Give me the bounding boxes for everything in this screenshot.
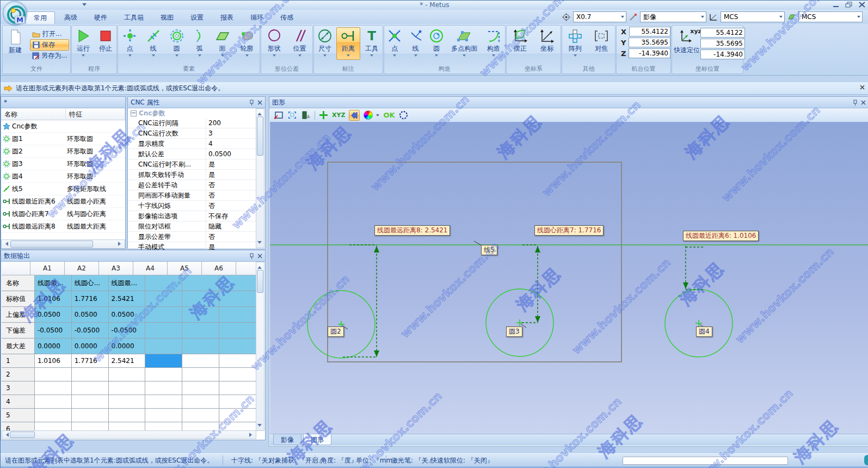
- list-item[interactable]: 圆3 环形取圆: [1, 158, 125, 170]
- zoom-extents-icon[interactable]: [287, 110, 297, 120]
- construct-misc-button[interactable]: 构造: [483, 27, 504, 58]
- cell[interactable]: 1.0106: [35, 291, 72, 307]
- tab-toolbox[interactable]: 工具箱: [116, 11, 151, 25]
- pin-icon[interactable]: [249, 100, 254, 106]
- measurement-label-d7[interactable]: 线圆心距离7: 1.7716: [534, 225, 604, 236]
- circle2-label[interactable]: 圆2: [328, 327, 344, 337]
- cell[interactable]: 2.5421: [109, 354, 146, 368]
- column-header[interactable]: A4: [133, 262, 168, 275]
- row-label[interactable]: 6: [2, 422, 35, 431]
- column-header[interactable]: A2: [65, 262, 99, 275]
- graphics-canvas[interactable]: 线圆最远距离8: 2.5421 线圆心距离7: 1.7716 线圆最近距离6: …: [270, 122, 868, 434]
- column-header[interactable]: A3: [99, 262, 133, 275]
- row-label[interactable]: 名称: [2, 275, 35, 291]
- cell[interactable]: [109, 422, 146, 431]
- property-row[interactable]: CNC运行次数3: [128, 128, 256, 139]
- cell[interactable]: [35, 422, 72, 431]
- scroll-right-icon[interactable]: [249, 433, 254, 437]
- cell[interactable]: [182, 368, 219, 381]
- size-dim-button[interactable]: 尺寸: [315, 27, 335, 60]
- cell[interactable]: [219, 291, 256, 307]
- cell[interactable]: [72, 368, 109, 381]
- cell[interactable]: [145, 381, 182, 395]
- align-button[interactable]: 摆正: [508, 27, 532, 53]
- cell[interactable]: 线圆最...: [35, 275, 72, 291]
- cell[interactable]: [145, 275, 182, 291]
- row-label[interactable]: 上偏差: [2, 307, 35, 323]
- cell[interactable]: [35, 395, 72, 409]
- row-label[interactable]: 1: [2, 354, 35, 368]
- measure-point-button[interactable]: 点: [119, 27, 141, 58]
- close-icon[interactable]: [257, 100, 262, 105]
- cell[interactable]: [145, 307, 182, 323]
- scroll-down-icon[interactable]: [257, 424, 262, 429]
- circle3-label[interactable]: 圆3: [506, 327, 522, 337]
- scroll-right-icon[interactable]: [118, 242, 123, 246]
- form-tolerance-button[interactable]: 形状: [263, 27, 286, 58]
- cell[interactable]: [109, 381, 146, 395]
- color-wheel-icon[interactable]: [364, 110, 379, 120]
- cnc-vscrollbar[interactable]: [256, 108, 264, 248]
- app-logo[interactable]: M: [3, 1, 27, 25]
- cnc-group-row[interactable]: Cnc参数: [128, 108, 256, 118]
- property-row[interactable]: 显示公差带否: [128, 232, 256, 242]
- cell[interactable]: [219, 354, 256, 368]
- cell[interactable]: [72, 422, 109, 431]
- tab-view[interactable]: 视图: [153, 11, 181, 25]
- list-item[interactable]: Cnc参数: [1, 120, 125, 133]
- position-tolerance-button[interactable]: 位置: [288, 27, 311, 58]
- tab-home[interactable]: 常用: [26, 11, 55, 25]
- list-item[interactable]: 圆2 环形取圆: [1, 145, 125, 158]
- resize-grip[interactable]: [864, 455, 868, 465]
- cell[interactable]: -0.0500: [72, 323, 109, 338]
- cell[interactable]: 0.0000: [35, 338, 72, 354]
- coordinate-system-select[interactable]: MCS: [721, 11, 785, 22]
- cell[interactable]: -0.0500: [109, 323, 146, 338]
- cell[interactable]: [182, 275, 219, 291]
- cell[interactable]: [219, 368, 256, 381]
- xyz-toggle[interactable]: XYZ: [332, 112, 345, 119]
- circle-tool-icon[interactable]: [399, 110, 408, 120]
- cell[interactable]: [109, 409, 146, 422]
- line5-label[interactable]: 线5: [481, 245, 497, 255]
- tab-settings[interactable]: 设置: [183, 11, 211, 25]
- cell[interactable]: [145, 422, 182, 431]
- list-item[interactable]: 线圆最近距离6 线圆最小距离: [1, 195, 125, 208]
- prompt-close-icon[interactable]: [859, 84, 865, 90]
- circle4-label[interactable]: 圆4: [696, 327, 712, 337]
- cell[interactable]: [182, 422, 219, 431]
- construct-point-button[interactable]: 点: [385, 27, 404, 58]
- construct-line-button[interactable]: 线: [406, 27, 426, 58]
- cell[interactable]: [182, 395, 219, 409]
- save-button[interactable]: 保存: [30, 39, 69, 51]
- cell[interactable]: 线圆最...: [109, 275, 146, 291]
- property-row[interactable]: 超公差转手动否: [128, 180, 256, 190]
- minimize-button[interactable]: [832, 2, 840, 8]
- row-label[interactable]: 4: [2, 395, 35, 409]
- restore-button[interactable]: [845, 2, 853, 8]
- row-label[interactable]: 5: [2, 409, 35, 422]
- cell[interactable]: [145, 338, 182, 354]
- tab-advanced[interactable]: 高级: [57, 11, 85, 25]
- cell[interactable]: [219, 338, 256, 354]
- cell[interactable]: 1.7716: [72, 354, 109, 368]
- construct-plane-button[interactable]: 多点构面: [447, 27, 481, 58]
- dim-tools-button[interactable]: T 工具: [361, 27, 382, 60]
- measure-circle-button[interactable]: 圆: [166, 27, 188, 58]
- status-laser[interactable]: 激光笔: 『关』: [391, 456, 435, 465]
- data-hscrollbar[interactable]: [2, 430, 256, 439]
- rotate-view-icon[interactable]: [301, 110, 311, 120]
- viewport-icon[interactable]: [274, 110, 284, 120]
- data-vscrollbar[interactable]: [256, 262, 264, 431]
- cell[interactable]: [219, 395, 256, 409]
- property-row[interactable]: CNC运行间隔200: [128, 118, 256, 128]
- cell[interactable]: [219, 275, 256, 291]
- property-row[interactable]: 影像输出选项不保存: [128, 211, 256, 221]
- cell[interactable]: [72, 381, 109, 395]
- property-row[interactable]: 十字线闪烁否: [128, 201, 256, 211]
- tab-image-view[interactable]: 影像: [273, 434, 301, 445]
- column-header[interactable]: A5: [168, 262, 202, 275]
- measurement-label-d8[interactable]: 线圆最远距离8: 2.5421: [374, 225, 450, 236]
- new-button[interactable]: 新建: [4, 28, 27, 55]
- run-button[interactable]: 运行: [73, 27, 94, 58]
